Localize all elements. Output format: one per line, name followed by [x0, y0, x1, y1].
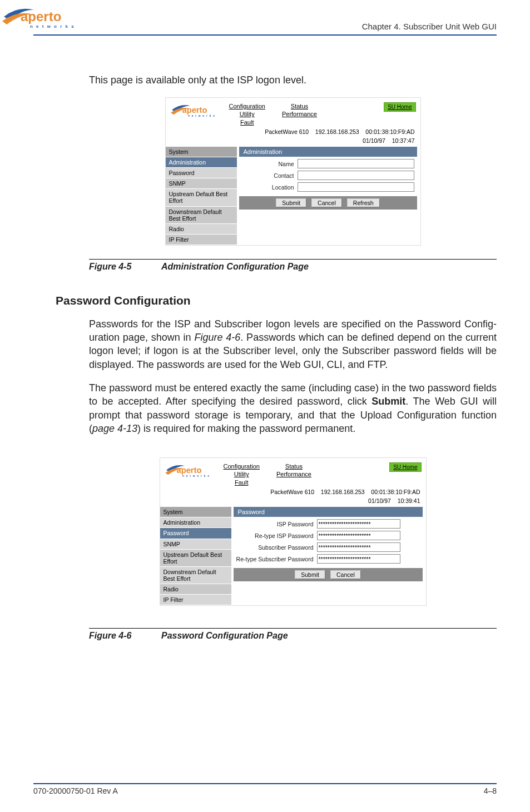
footer-doc-id: 070-20000750-01 Rev A: [33, 786, 118, 795]
header-rule: [33, 34, 497, 36]
location-input[interactable]: [298, 182, 414, 192]
sidebar-item-radio[interactable]: Radio: [160, 584, 231, 595]
nav-status[interactable]: Status: [276, 462, 311, 470]
sidebar-item-downstream[interactable]: Downstream Default Best Effort: [166, 207, 237, 224]
refresh-button[interactable]: Refresh: [347, 198, 380, 207]
cancel-button[interactable]: Cancel: [330, 570, 361, 579]
svg-text:aperto: aperto: [182, 106, 207, 114]
nav-fault[interactable]: Fault: [229, 118, 265, 126]
figure-rule: [89, 628, 497, 629]
isp-password-input[interactable]: [317, 519, 400, 529]
aperto-logo-icon: aperto n e t w o r k s: [165, 461, 216, 481]
figure-4-5-screenshot: aperto n e t w o r k s Configuration Uti…: [165, 97, 421, 246]
panel-title: Administration: [239, 147, 417, 157]
label-contact: Contact: [239, 172, 298, 179]
label-retype-isp-password: Re-type ISP Password: [234, 532, 317, 539]
label-isp-password: ISP Password: [234, 521, 317, 527]
nav-fault[interactable]: Fault: [224, 479, 260, 486]
nav-configuration[interactable]: Configuration: [224, 462, 260, 470]
sidebar-item-password[interactable]: Password: [166, 168, 237, 178]
footer-rule: [33, 783, 497, 784]
aperto-logo-header: aperto n e t w o r k s: [1, 4, 85, 33]
datetime-line: 01/10/97 10:37:47: [166, 136, 420, 145]
svg-text:aperto: aperto: [21, 9, 61, 24]
su-home-button[interactable]: SU Home: [389, 462, 421, 472]
heading-password-configuration: Password Configuration: [56, 294, 497, 307]
cancel-button[interactable]: Cancel: [311, 198, 342, 207]
figure-rule: [89, 259, 497, 260]
datetime-line: 01/10/97 10:39:41: [160, 496, 426, 505]
svg-text:n e t w o r k s: n e t w o r k s: [187, 114, 215, 117]
retype-isp-password-input[interactable]: [317, 531, 400, 540]
nav-utility[interactable]: Utility: [224, 470, 260, 478]
su-home-button[interactable]: SU Home: [384, 102, 415, 112]
sidebar-item-password[interactable]: Password: [160, 528, 231, 539]
retype-subscriber-password-input[interactable]: [317, 554, 400, 564]
panel-title: Password: [234, 507, 423, 517]
device-info-line: PacketWave 610 192.168.168.253 00:01:38:…: [166, 127, 420, 136]
sidebar-menu: System Administration Password SNMP Upst…: [166, 147, 237, 245]
sidebar-item-ipfilter[interactable]: IP Filter: [160, 595, 231, 605]
sidebar-item-upstream[interactable]: Upstream Default Best Effort: [160, 550, 231, 567]
aperto-logo-icon: aperto n e t w o r k s: [170, 101, 221, 121]
figure-4-5-caption: Figure 4-5Administration Configuration P…: [89, 262, 497, 272]
figure-4-6-caption: Figure 4-6Password Configuration Page: [89, 631, 497, 641]
sidebar-item-system[interactable]: System: [160, 507, 231, 517]
label-location: Location: [239, 184, 298, 191]
sidebar-item-administration[interactable]: Administration: [166, 157, 237, 168]
chapter-header: Chapter 4. Subscriber Unit Web GUI: [362, 22, 497, 33]
intro-text: This page is available only at the ISP l…: [89, 74, 497, 86]
submit-button[interactable]: Submit: [276, 198, 306, 207]
sidebar-item-upstream[interactable]: Upstream Default Best Effort: [166, 189, 237, 206]
nav-status[interactable]: Status: [282, 102, 317, 110]
svg-text:aperto: aperto: [176, 466, 201, 475]
sidebar-item-snmp[interactable]: SNMP: [160, 539, 231, 550]
sidebar-item-ipfilter[interactable]: IP Filter: [166, 235, 237, 245]
label-name: Name: [239, 161, 298, 167]
nav-performance[interactable]: Performance: [282, 110, 317, 118]
device-info-line: PacketWave 610 192.168.168.253 00:01:38:…: [160, 487, 426, 496]
svg-text:n e t w o r k s: n e t w o r k s: [30, 24, 75, 29]
footer-page-number: 4–8: [484, 786, 497, 795]
svg-text:n e t w o r k s: n e t w o r k s: [182, 475, 209, 477]
para-2: The password must be entered exactly the…: [89, 381, 497, 435]
contact-input[interactable]: [298, 171, 414, 180]
sidebar-item-radio[interactable]: Radio: [166, 224, 237, 235]
sidebar-item-downstream[interactable]: Downstream Default Best Effort: [160, 567, 231, 584]
para-1: Passwords for the ISP and Subscriber log…: [89, 317, 497, 371]
subscriber-password-input[interactable]: [317, 542, 400, 552]
submit-button[interactable]: Submit: [295, 570, 325, 579]
sidebar-item-system[interactable]: System: [166, 147, 237, 157]
sidebar-item-snmp[interactable]: SNMP: [166, 178, 237, 189]
sidebar-menu: System Administration Password SNMP Upst…: [160, 507, 231, 605]
label-retype-subscriber-password: Re-type Subscriber Password: [234, 556, 317, 562]
nav-utility[interactable]: Utility: [229, 110, 265, 118]
figure-4-6-screenshot: aperto n e t w o r k s Configuration Uti…: [160, 457, 427, 606]
label-subscriber-password: Subscriber Password: [234, 544, 317, 551]
sidebar-item-administration[interactable]: Administration: [160, 517, 231, 528]
nav-performance[interactable]: Performance: [276, 470, 311, 478]
nav-configuration[interactable]: Configuration: [229, 102, 265, 110]
name-input[interactable]: [298, 159, 414, 168]
